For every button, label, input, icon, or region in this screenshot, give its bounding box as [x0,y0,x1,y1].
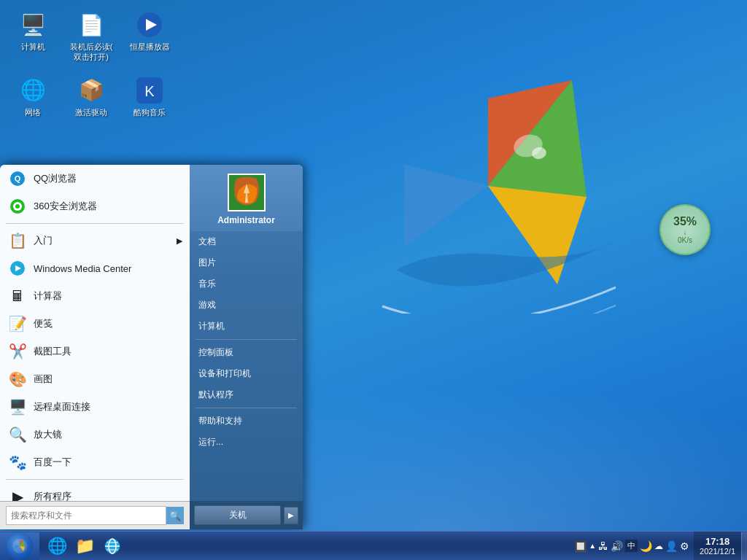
right-menu-documents[interactable]: 文档 [190,231,303,252]
right-menu-default-programs[interactable]: 默认程序 [190,384,303,405]
right-menu-control-panel[interactable]: 控制面板 [190,342,303,363]
computer-label: 计算机 [21,42,45,52]
desktop-icon-activate-driver[interactable]: 📦 激活驱动 [66,73,117,120]
tray-icon-network[interactable]: 🖧 [598,540,608,552]
shutdown-area: 关机 ▶ [190,501,303,529]
taskbar-network-icon[interactable]: 🌐 [44,533,70,559]
menu-divider-2 [6,479,184,480]
svg-text:K: K [144,83,155,99]
clock-date: 2021/12/1 [700,547,735,556]
right-menu-games[interactable]: 游戏 [190,295,303,316]
right-menu-pictures[interactable]: 图片 [190,252,303,273]
menu-item-intro[interactable]: 📋 入门 ▶ [0,227,190,254]
desktop-icon-media-player[interactable]: 恒星播放器 [124,7,175,66]
intro-label: 入门 [34,234,53,247]
intro-arrow: ▶ [177,236,182,246]
magnifier-icon: 🔍 [7,424,28,445]
desktop-icon-network[interactable]: 🌐 网络 [7,73,58,120]
shutdown-arrow-button[interactable]: ▶ [284,507,298,524]
menu-divider-1 [6,223,184,224]
right-menu-music[interactable]: 音乐 [190,273,303,295]
taskbar-programs: 🌐 📁 [41,533,128,559]
baidu-icon: 🐾 [7,452,28,472]
media-center-label: Windows Media Center [34,263,131,274]
start-menu-right: Administrator 文档 图片 音乐 游戏 计算机 控制面板 设备和打印… [190,165,303,529]
360-browser-label: 360安全浏览器 [34,200,97,213]
taskbar-explorer-icon[interactable]: 📁 [71,533,98,559]
tray-icon-checkbox[interactable]: 🔲 [574,540,587,552]
search-input[interactable] [6,506,166,525]
paint-label: 画图 [34,373,53,386]
tray-icon-gear[interactable]: ⚙ [680,540,689,552]
tray-icon-cloud[interactable]: ☁ [654,541,663,551]
menu-item-360-browser[interactable]: 360安全浏览器 [0,192,190,220]
menu-item-paint[interactable]: 🎨 画图 [0,365,190,393]
start-menu-left: Q QQ浏览器 360安全浏览器 [0,165,190,529]
tray-icon-lang[interactable]: 中 [625,540,638,552]
snipping-tool-icon: ✂️ [7,341,28,362]
menu-item-magnifier[interactable]: 🔍 放大镜 [0,421,190,448]
menu-item-calculator[interactable]: 🖩 计算器 [0,282,190,310]
taskbar-ie-icon[interactable] [99,533,125,559]
system-tray: 🔲 ▲ 🖧 🔊 中 🌙 ☁ 👤 ⚙ [570,532,694,560]
calculator-label: 计算器 [34,289,62,303]
desktop-icon-qqmusic[interactable]: K 酷狗音乐 [124,73,175,120]
remote-desktop-label: 远程桌面连接 [34,400,90,413]
search-button[interactable]: 🔍 [166,507,184,524]
media-player-label: 恒星播放器 [130,42,170,52]
right-menu-run[interactable]: 运行... [190,432,303,453]
net-speed-widget: 35% ↓ 0K/s [659,204,711,255]
remote-desktop-icon: 🖥️ [7,397,28,417]
qqmusic-icon: K [135,76,164,105]
clock-time: 17:18 [705,536,729,547]
net-percent: 35% [673,215,697,228]
svg-point-10 [15,204,20,209]
menu-item-media-center[interactable]: Windows Media Center [0,254,190,282]
right-menu-devices-printers[interactable]: 设备和打印机 [190,363,303,384]
tray-icon-moon[interactable]: 🌙 [640,540,652,552]
computer-icon: 🖥️ [18,10,47,39]
show-desktop-button[interactable] [741,532,747,560]
tray-icon-user[interactable]: 👤 [665,540,678,552]
right-divider-1 [196,339,297,340]
intro-icon: 📋 [7,230,28,251]
post-install-icon: 📄 [77,10,106,39]
menu-item-snipping-tool[interactable]: ✂️ 截图工具 [0,338,190,365]
360-browser-icon [7,196,28,217]
media-player-icon [135,10,164,39]
menu-item-baidu[interactable]: 🐾 百度一下 [0,448,190,476]
clock-area[interactable]: 17:18 2021/12/1 [694,532,741,560]
right-menu-computer[interactable]: 计算机 [190,316,303,337]
start-button[interactable] [0,532,39,560]
start-menu-items: Q QQ浏览器 360安全浏览器 [0,165,190,501]
activate-driver-label: 激活驱动 [75,107,107,117]
snipping-tool-label: 截图工具 [34,345,71,358]
network-label: 网络 [25,107,41,117]
qqmusic-label: 酷狗音乐 [133,107,166,117]
taskbar: 🌐 📁 🔲 ▲ 🖧 🔊 中 🌙 ☁ [0,531,747,560]
menu-item-all-programs[interactable]: ▶ 所有程序 [0,483,190,501]
net-arrow: ↓ [684,228,687,236]
menu-item-qq-browser[interactable]: Q QQ浏览器 [0,165,190,192]
desktop-icons: 🖥️ 计算机 📄 装机后必读(双击打开) 恒星播放器 🌐 网络 [7,7,175,120]
all-programs-label: 所有程序 [34,490,71,501]
sticky-notes-label: 便笺 [34,317,53,330]
qq-browser-icon: Q [7,168,28,189]
tray-icon-expand[interactable]: ▲ [589,542,596,550]
shutdown-button[interactable]: 关机 [194,505,281,525]
start-search-area: 🔍 [0,501,190,529]
menu-item-remote-desktop[interactable]: 🖥️ 远程桌面连接 [0,393,190,421]
sticky-notes-icon: 📝 [7,314,28,334]
desktop-icon-row-1: 🖥️ 计算机 📄 装机后必读(双击打开) 恒星播放器 [7,7,175,66]
desktop-icon-computer[interactable]: 🖥️ 计算机 [7,7,58,66]
start-orb [7,533,33,559]
right-menu-help-support[interactable]: 帮助和支持 [190,411,303,432]
all-programs-icon: ▶ [7,486,28,501]
desktop: 🖥️ 计算机 📄 装机后必读(双击打开) 恒星播放器 🌐 网络 [0,0,747,560]
tray-icon-volume[interactable]: 🔊 [611,540,623,552]
net-speed: 0K/s [678,236,692,244]
desktop-icon-post-install[interactable]: 📄 装机后必读(双击打开) [66,7,117,66]
baidu-label: 百度一下 [34,456,71,469]
calculator-icon: 🖩 [7,286,28,306]
menu-item-sticky-notes[interactable]: 📝 便笺 [0,310,190,338]
